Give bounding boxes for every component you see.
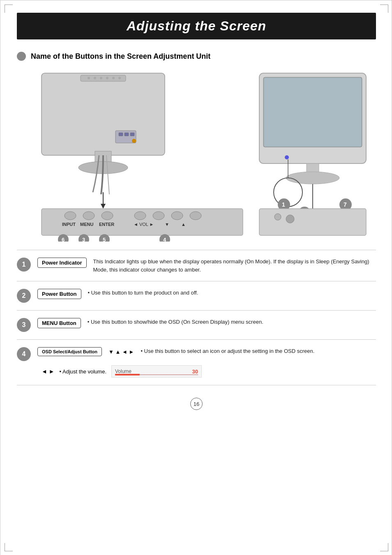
svg-text:▲: ▲ bbox=[181, 222, 186, 227]
menu-button-description: • Use this button to show/hide the OSD (… bbox=[88, 318, 376, 326]
svg-point-3 bbox=[94, 77, 96, 79]
vol-arrows: ◄ ► bbox=[42, 368, 55, 375]
svg-point-45 bbox=[285, 155, 289, 159]
osd-description: • Use this button to select an icon or a… bbox=[141, 347, 314, 355]
svg-point-18 bbox=[65, 212, 76, 220]
svg-point-7 bbox=[118, 77, 121, 79]
svg-marker-16 bbox=[101, 204, 106, 209]
btn-row-menu-button: 3 MENU Button • Use this button to show/… bbox=[17, 311, 376, 340]
svg-text:MENU: MENU bbox=[80, 222, 93, 227]
monitor-diagram: INPUT MENU ENTER ◄ VOL ► ▼ ▲ 6 3 5 4 bbox=[17, 69, 376, 242]
volume-label: Volume bbox=[115, 368, 131, 374]
power-indicator-label: Power Indicator bbox=[37, 258, 87, 268]
page-title: Adjusting the Screen bbox=[25, 18, 368, 34]
svg-point-20 bbox=[101, 212, 113, 220]
page-number-badge: 16 bbox=[190, 398, 203, 410]
number-badge-3: 3 bbox=[17, 318, 31, 332]
svg-text:7: 7 bbox=[344, 201, 347, 208]
power-button-description: • Use this button to turn the product on… bbox=[88, 289, 376, 297]
svg-point-22 bbox=[153, 212, 164, 220]
number-badge-4: 4 bbox=[17, 347, 31, 361]
corner-mark-br bbox=[380, 543, 388, 551]
svg-point-23 bbox=[171, 212, 183, 220]
menu-button-label: MENU Button bbox=[37, 318, 81, 328]
svg-point-2 bbox=[88, 77, 90, 79]
svg-rect-11 bbox=[119, 133, 123, 136]
corner-mark-tl bbox=[5, 5, 13, 13]
page-container: Adjusting the Screen Name of the Buttons… bbox=[0, 0, 392, 555]
power-indicator-description: This Indicator lights up blue when the d… bbox=[93, 258, 376, 274]
corner-mark-tr bbox=[380, 5, 388, 13]
svg-text:▼: ▼ bbox=[165, 222, 169, 227]
section-heading: Name of the Buttons in the Screen Adjust… bbox=[17, 52, 376, 61]
svg-text:ENTER: ENTER bbox=[99, 222, 114, 227]
svg-text:5: 5 bbox=[103, 237, 106, 242]
power-button-label: Power Button bbox=[37, 289, 81, 299]
svg-text:4: 4 bbox=[163, 237, 166, 242]
svg-point-19 bbox=[83, 212, 95, 220]
svg-point-5 bbox=[106, 77, 108, 79]
svg-point-24 bbox=[190, 212, 201, 220]
svg-text:6: 6 bbox=[62, 237, 65, 242]
svg-rect-41 bbox=[264, 78, 361, 146]
btn-row-power-indicator: 1 Power Indicator This Indicator lights … bbox=[17, 250, 376, 281]
svg-point-14 bbox=[132, 139, 136, 143]
section-bullet bbox=[17, 52, 26, 61]
title-bar: Adjusting the Screen bbox=[17, 13, 376, 39]
page-number-container: 16 bbox=[17, 398, 376, 410]
svg-point-4 bbox=[100, 77, 102, 79]
volume-bar-fill bbox=[115, 374, 140, 375]
svg-rect-12 bbox=[125, 133, 129, 136]
number-badge-1: 1 bbox=[17, 258, 31, 272]
svg-text:INPUT: INPUT bbox=[62, 222, 76, 227]
diagram-svg: INPUT MENU ENTER ◄ VOL ► ▼ ▲ 6 3 5 4 bbox=[17, 69, 376, 242]
svg-text:1: 1 bbox=[282, 201, 285, 208]
btn-row-power-button: 2 Power Button • Use this button to turn… bbox=[17, 281, 376, 311]
button-descriptions: 1 Power Indicator This Indicator lights … bbox=[17, 250, 376, 385]
svg-point-43 bbox=[286, 172, 339, 184]
corner-mark-bl bbox=[5, 543, 13, 551]
svg-rect-13 bbox=[130, 133, 134, 136]
vol-label-text: • Adjust the volume. bbox=[60, 368, 106, 375]
diagram-area: INPUT MENU ENTER ◄ VOL ► ▼ ▲ 6 3 5 4 bbox=[17, 69, 376, 242]
svg-rect-55 bbox=[259, 209, 366, 235]
osd-arrows-icons: ▼ ▲ ◄ ► bbox=[108, 349, 134, 355]
btn-row-osd-button: 4 OSD Select/Adjust Button ▼ ▲ ◄ ► • Use… bbox=[17, 340, 376, 385]
volume-value: 30 bbox=[192, 368, 198, 375]
svg-text:3: 3 bbox=[82, 237, 85, 242]
svg-point-6 bbox=[112, 77, 115, 79]
number-badge-2: 2 bbox=[17, 289, 31, 303]
svg-rect-0 bbox=[42, 73, 165, 155]
osd-button-label: OSD Select/Adjust Button bbox=[37, 347, 102, 356]
svg-point-56 bbox=[274, 214, 281, 220]
svg-point-21 bbox=[134, 212, 146, 220]
svg-point-57 bbox=[286, 215, 294, 223]
section-title: Name of the Buttons in the Screen Adjust… bbox=[31, 52, 210, 61]
svg-text:◄ VOL ►: ◄ VOL ► bbox=[134, 222, 154, 227]
